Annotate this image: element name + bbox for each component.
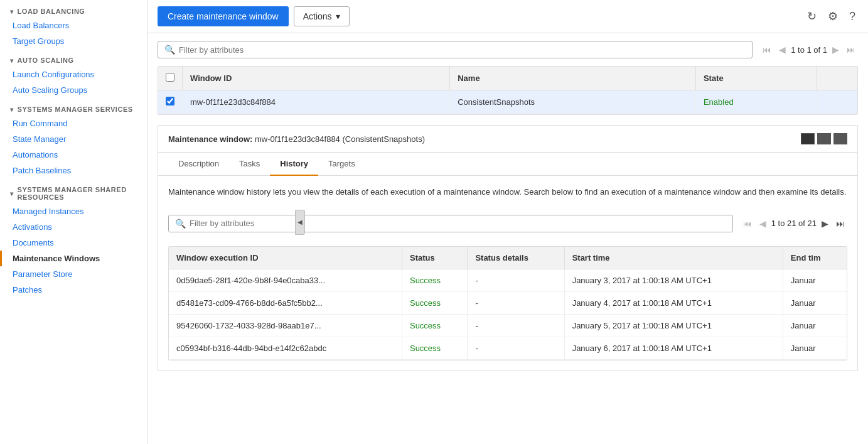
sidebar-section-auto-scaling: ▾AUTO SCALING <box>0 49 147 67</box>
history-table-row[interactable]: 0d59dae5-28f1-420e-9b8f-94e0caba33... Su… <box>169 269 847 291</box>
history-table-header-row: Window execution ID Status Status detail… <box>169 247 847 269</box>
col-state: State <box>695 67 817 90</box>
top-table-header-row: Window ID Name State <box>158 67 857 90</box>
history-pagination: ⏮ ◀ 1 to 21 of 21 ▶ ⏭ <box>741 217 847 230</box>
last-page-button-top[interactable]: ⏭ <box>844 43 858 56</box>
actions-button[interactable]: Actions ▾ <box>294 6 350 26</box>
sidebar-item-patches[interactable]: Patches <box>0 282 147 298</box>
filter-row-history: 🔍 ⏮ ◀ 1 to 21 of 21 ▶ ⏭ <box>168 207 847 240</box>
history-table-row[interactable]: d5481e73-cd09-4766-b8dd-6a5fc5bb2... Suc… <box>169 291 847 314</box>
collapse-icon-load-balancing[interactable]: ▾ <box>10 8 14 15</box>
sidebar-item-maintenance-windows[interactable]: Maintenance Windows <box>0 251 147 266</box>
history-description: Maintenance window history lets you view… <box>168 186 847 198</box>
prev-page-button-history[interactable]: ◀ <box>757 217 769 230</box>
history-status: Success <box>402 314 467 337</box>
top-filter-bar: 🔍 <box>158 41 753 58</box>
select-all-checkbox[interactable] <box>166 73 174 82</box>
history-start-time: January 5, 2017 at 1:00:18 AM UTC+1 <box>564 314 783 337</box>
last-page-button-history[interactable]: ⏭ <box>833 217 847 230</box>
history-execution-id: 0d59dae5-28f1-420e-9b8f-94e0caba33... <box>169 269 402 291</box>
view-icon-3[interactable] <box>833 133 847 144</box>
help-button[interactable]: ? <box>847 8 858 26</box>
sidebar-item-parameter-store[interactable]: Parameter Store <box>0 266 147 282</box>
header-checkbox-cell <box>158 67 183 90</box>
collapse-icon-systems-manager-shared[interactable]: ▾ <box>10 190 14 197</box>
history-end-time: Januar <box>783 269 847 291</box>
top-pagination: ⏮ ◀ 1 to 1 of 1 ▶ ⏭ <box>760 43 858 56</box>
row-checkbox-cell <box>158 90 183 114</box>
history-filter-bar: 🔍 <box>168 215 733 232</box>
collapse-icon-auto-scaling[interactable]: ▾ <box>10 57 14 64</box>
col-status-details: Status details <box>468 247 564 269</box>
settings-button[interactable]: ⚙ <box>825 7 840 26</box>
sidebar-item-managed-instances[interactable]: Managed Instances <box>0 203 147 219</box>
sidebar-item-automations[interactable]: Automations <box>0 147 147 163</box>
main-wrapper: ◀ Create maintenance window Actions ▾ ↻ … <box>147 0 868 444</box>
prev-page-button-top[interactable]: ◀ <box>776 43 788 56</box>
chevron-down-icon: ▾ <box>336 11 340 21</box>
sidebar-item-run-command[interactable]: Run Command <box>0 116 147 131</box>
sidebar-section-load-balancing: ▾LOAD BALANCING <box>0 0 147 18</box>
sidebar-section-label-systems-manager-services: SYSTEMS MANAGER SERVICES <box>18 106 133 113</box>
toolbar-right: ↻ ⚙ ? <box>805 7 858 26</box>
sidebar: ▾LOAD BALANCINGLoad BalancersTarget Grou… <box>0 0 147 444</box>
tab-tasks[interactable]: Tasks <box>229 153 270 176</box>
sidebar-item-load-balancers[interactable]: Load Balancers <box>0 18 147 33</box>
collapse-icon-systems-manager-services[interactable]: ▾ <box>10 106 14 113</box>
history-start-time: January 3, 2017 at 1:00:18 AM UTC+1 <box>564 269 783 291</box>
top-filter-input[interactable] <box>179 45 746 55</box>
view-icon-2[interactable] <box>817 133 831 144</box>
tab-history[interactable]: History <box>270 153 318 176</box>
row-checkbox[interactable] <box>166 97 174 106</box>
content-area: Create maintenance window Actions ▾ ↻ ⚙ … <box>147 0 868 444</box>
detail-label: Maintenance window: <box>168 134 252 144</box>
tab-description[interactable]: Description <box>168 153 229 176</box>
col-window-id: Window ID <box>183 67 450 90</box>
top-table: Window ID Name State mw-0f1f1e23d3c84f88… <box>158 66 858 115</box>
first-page-button-history[interactable]: ⏮ <box>741 217 754 230</box>
col-status: Status <box>402 247 467 269</box>
sidebar-item-auto-scaling-groups[interactable]: Auto Scaling Groups <box>0 82 147 98</box>
sidebar-section-systems-manager-services: ▾SYSTEMS MANAGER SERVICES <box>0 98 147 116</box>
sidebar-item-activations[interactable]: Activations <box>0 219 147 235</box>
sidebar-toggle[interactable]: ◀ <box>295 210 305 235</box>
history-status-details: - <box>468 269 564 291</box>
col-name: Name <box>450 67 696 90</box>
table-row[interactable]: mw-0f1f1e23d3c84f884 ConsistentSnapshots… <box>158 90 857 114</box>
sidebar-section-systems-manager-shared: ▾SYSTEMS MANAGER SHARED RESOURCES <box>0 178 147 203</box>
detail-tabs: DescriptionTasksHistoryTargets <box>158 153 857 176</box>
sidebar-item-patch-baselines[interactable]: Patch Baselines <box>0 163 147 178</box>
history-table: Window execution ID Status Status detail… <box>168 246 847 360</box>
detail-window-id: mw-0f1f1e23d3c84f884 <box>255 134 340 144</box>
next-page-button-history[interactable]: ▶ <box>819 217 831 230</box>
row-window-id: mw-0f1f1e23d3c84f884 <box>183 90 450 114</box>
refresh-button[interactable]: ↻ <box>805 7 819 26</box>
top-section: 🔍 ⏮ ◀ 1 to 1 of 1 ▶ ⏭ Window ID <box>147 33 868 115</box>
sidebar-item-state-manager[interactable]: State Manager <box>0 131 147 147</box>
search-icon-top: 🔍 <box>164 45 175 55</box>
history-filter-input[interactable] <box>190 219 726 228</box>
col-extra <box>817 67 857 90</box>
history-status: Success <box>402 337 467 359</box>
view-icon-1[interactable] <box>801 133 815 144</box>
history-status: Success <box>402 269 467 291</box>
history-table-row[interactable]: c05934bf-b316-44db-94bd-e14f2c62abdc Suc… <box>169 337 847 359</box>
history-status: Success <box>402 291 467 314</box>
search-icon-history: 🔍 <box>175 219 186 229</box>
history-status-details: - <box>468 337 564 359</box>
history-status-details: - <box>468 314 564 337</box>
first-page-button-top[interactable]: ⏮ <box>760 43 774 56</box>
history-table-row[interactable]: 95426060-1732-4033-928d-98aab1e7... Succ… <box>169 314 847 337</box>
tab-targets[interactable]: Targets <box>318 153 365 176</box>
history-execution-id: c05934bf-b316-44db-94bd-e14f2c62abdc <box>169 337 402 359</box>
detail-body: Maintenance window history lets you view… <box>158 176 857 371</box>
actions-label: Actions <box>303 11 332 21</box>
create-maintenance-window-button[interactable]: Create maintenance window <box>158 6 289 26</box>
sidebar-item-documents[interactable]: Documents <box>0 235 147 251</box>
detail-section: Maintenance window: mw-0f1f1e23d3c84f884… <box>158 125 858 371</box>
sidebar-section-label-systems-manager-shared: SYSTEMS MANAGER SHARED RESOURCES <box>18 186 137 201</box>
sidebar-item-target-groups[interactable]: Target Groups <box>0 33 147 49</box>
detail-view-icons <box>801 133 847 144</box>
sidebar-item-launch-configurations[interactable]: Launch Configurations <box>0 67 147 82</box>
next-page-button-top[interactable]: ▶ <box>830 43 842 56</box>
